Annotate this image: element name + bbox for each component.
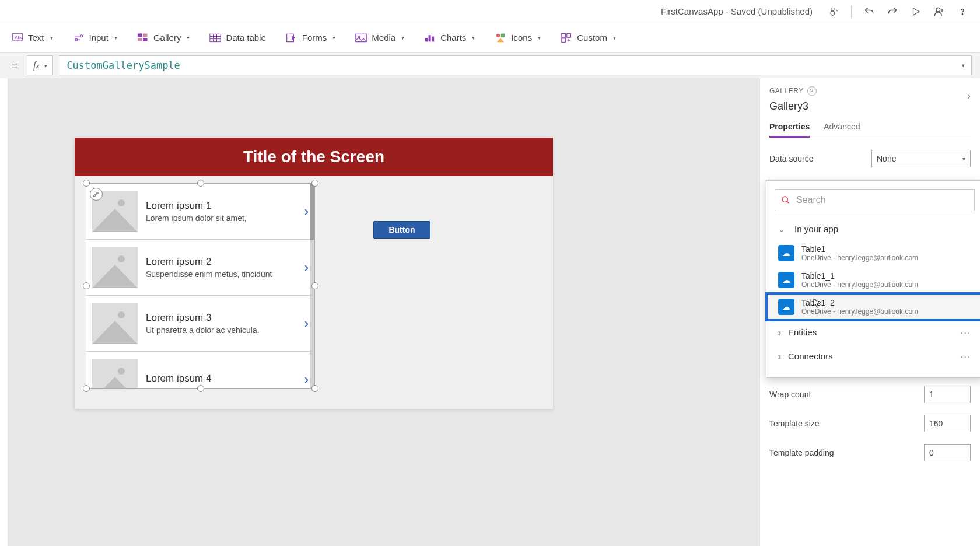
health-icon[interactable]: [824, 2, 843, 21]
fx-selector[interactable]: fx▾: [27, 55, 53, 75]
svg-rect-13: [143, 33, 148, 37]
ribbon-custom[interactable]: Custom▾: [561, 32, 616, 44]
prop-wrap-count: Wrap count 1: [769, 386, 971, 403]
template-padding-input[interactable]: 0: [924, 444, 971, 461]
svg-rect-30: [562, 33, 566, 37]
chevron-right-icon: ›: [778, 351, 781, 361]
undo-icon[interactable]: [860, 2, 878, 21]
play-icon[interactable]: [907, 2, 925, 21]
category-connectors[interactable]: ›Connectors ···: [766, 344, 980, 368]
panel-category: GALLERY ?: [769, 86, 971, 96]
screen-title: Title of the Screen: [75, 138, 553, 176]
selection-handle[interactable]: [83, 282, 90, 289]
svg-point-2: [936, 8, 940, 12]
more-icon[interactable]: ···: [960, 327, 971, 337]
edit-handle-icon[interactable]: [90, 188, 103, 201]
panel-tabs: Properties Advanced: [769, 122, 971, 138]
app-title: FirstCanvasApp - Saved (Unpublished): [661, 6, 813, 16]
ribbon-data-table[interactable]: Data table: [209, 32, 265, 44]
svg-point-35: [782, 197, 788, 202]
gallery-item[interactable]: Lorem ipsum 4 ›: [86, 352, 314, 388]
selection-handle[interactable]: [83, 385, 90, 392]
insert-ribbon: Abc Text▾ Input▾ Gallery▾ Data table For…: [0, 23, 980, 52]
category-entities[interactable]: ›Entities ···: [766, 320, 980, 344]
redo-icon[interactable]: [883, 2, 902, 21]
svg-rect-16: [210, 34, 220, 41]
ribbon-charts[interactable]: Charts▾: [424, 32, 475, 44]
share-icon[interactable]: [930, 2, 949, 21]
gallery-item[interactable]: Lorem ipsum 3 Ut pharetra a dolor ac veh…: [86, 296, 314, 352]
chevron-down-icon: ⌄: [778, 225, 788, 234]
more-icon[interactable]: ···: [960, 351, 971, 361]
svg-rect-25: [429, 35, 431, 41]
expand-formula-icon[interactable]: ▾: [961, 61, 965, 69]
selection-handle[interactable]: [312, 180, 318, 187]
svg-point-9: [80, 34, 82, 37]
prop-template-size: Template size 160: [769, 415, 971, 432]
canvas-button[interactable]: Button: [373, 221, 430, 239]
prop-data-source: Data source None▾: [769, 150, 971, 167]
tab-advanced[interactable]: Advanced: [824, 122, 860, 138]
ribbon-input[interactable]: Input▾: [73, 32, 117, 44]
screen-preview: Title of the Screen Button Lorem ipsum 1…: [75, 138, 553, 409]
chevron-right-icon[interactable]: ›: [967, 90, 971, 102]
ribbon-icons[interactable]: Icons▾: [495, 32, 541, 44]
selection-handle[interactable]: [312, 385, 318, 392]
formula-input[interactable]: CustomGallerySample ▾: [59, 55, 972, 75]
template-size-input[interactable]: 160: [924, 415, 971, 432]
ribbon-forms[interactable]: Forms▾: [286, 32, 336, 44]
svg-rect-26: [432, 36, 434, 41]
ribbon-text[interactable]: Abc Text▾: [12, 32, 53, 44]
header-actions: [824, 2, 972, 21]
data-source-popup: Search ⌄ In your app ☁ Table1 OneDrive -…: [766, 180, 980, 378]
item-title: Lorem ipsum 1: [146, 200, 304, 212]
svg-rect-24: [425, 38, 428, 41]
svg-rect-15: [143, 38, 148, 41]
formula-bar: = fx▾ CustomGallerySample ▾: [0, 52, 980, 78]
gallery-control[interactable]: Lorem ipsum 1 Lorem ipsum dolor sit amet…: [86, 183, 315, 388]
wrap-count-input[interactable]: 1: [924, 386, 971, 403]
selection-handle[interactable]: [197, 385, 204, 392]
gallery-item[interactable]: Lorem ipsum 1 Lorem ipsum dolor sit amet…: [86, 184, 314, 240]
thumbnail-icon: [92, 303, 138, 344]
item-subtitle: Lorem ipsum dolor sit amet,: [146, 214, 304, 223]
canvas-area[interactable]: Title of the Screen Button Lorem ipsum 1…: [8, 78, 760, 546]
thumbnail-icon: [92, 247, 138, 288]
item-subtitle: Ut pharetra a dolor ac vehicula.: [146, 326, 304, 335]
svg-marker-29: [497, 38, 505, 42]
svg-line-36: [787, 201, 789, 203]
datasource-item-selected[interactable]: ☁ Table1_2 OneDrive - henry.legge@outloo…: [766, 293, 980, 320]
chevron-right-icon[interactable]: ›: [304, 316, 309, 331]
gallery-item[interactable]: Lorem ipsum 2 Suspendisse enim metus, ti…: [86, 240, 314, 296]
category-in-your-app[interactable]: ⌄ In your app: [766, 218, 980, 240]
help-icon[interactable]: ?: [807, 86, 817, 96]
chevron-right-icon[interactable]: ›: [304, 260, 309, 275]
datasource-item[interactable]: ☁ Table1 OneDrive - henry.legge@outlook.…: [766, 240, 980, 267]
item-title: Lorem ipsum 4: [146, 373, 304, 384]
selection-handle[interactable]: [83, 180, 90, 187]
prop-template-padding: Template padding 0: [769, 444, 971, 461]
chevron-right-icon[interactable]: ›: [304, 204, 309, 219]
thumbnail-icon: [92, 359, 138, 389]
panel-object-name: Gallery3: [769, 100, 971, 113]
tab-properties[interactable]: Properties: [769, 122, 810, 138]
datasource-item[interactable]: ☁ Table1_1 OneDrive - henry.legge@outloo…: [766, 267, 980, 293]
svg-text:Abc: Abc: [15, 34, 23, 40]
title-bar: FirstCanvasApp - Saved (Unpublished): [0, 0, 980, 23]
ribbon-gallery[interactable]: Gallery▾: [137, 32, 190, 44]
chevron-right-icon[interactable]: ›: [304, 372, 309, 387]
selection-handle[interactable]: [197, 180, 204, 187]
search-input[interactable]: Search: [775, 189, 975, 211]
chevron-right-icon: ›: [778, 327, 781, 337]
svg-point-27: [496, 33, 501, 37]
svg-rect-28: [501, 33, 505, 37]
selection-handle[interactable]: [312, 282, 318, 289]
help-icon[interactable]: [953, 2, 972, 21]
data-source-dropdown[interactable]: None▾: [872, 150, 971, 167]
left-rail[interactable]: [0, 78, 8, 546]
ribbon-media[interactable]: Media▾: [355, 32, 404, 44]
onedrive-icon: ☁: [778, 299, 794, 315]
search-icon: [781, 195, 790, 205]
svg-point-23: [358, 36, 360, 37]
item-title: Lorem ipsum 3: [146, 312, 304, 324]
